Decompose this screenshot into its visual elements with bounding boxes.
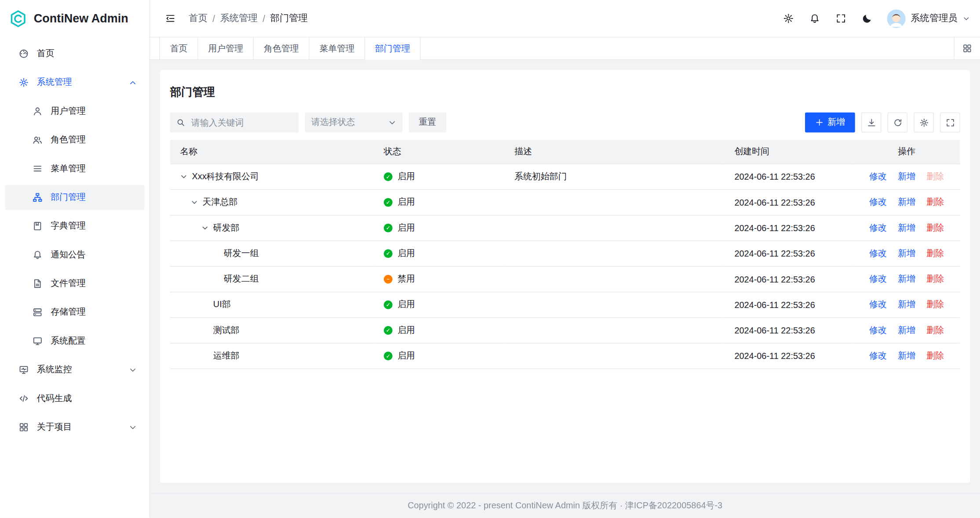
- sidebar-item-role-mgmt[interactable]: 角色管理: [5, 127, 144, 152]
- brand[interactable]: ContiNew Admin: [0, 0, 149, 37]
- sidebar-item-label: 部门管理: [51, 192, 137, 203]
- table-fullscreen-button[interactable]: [940, 112, 960, 132]
- users-icon: [33, 135, 43, 145]
- sidebar-item-menu-mgmt[interactable]: 菜单管理: [5, 156, 144, 181]
- delete-link[interactable]: 删除: [926, 299, 944, 309]
- sidebar-item-sys-config[interactable]: 系统配置: [5, 329, 144, 354]
- sidebar-item-monitor[interactable]: 系统监控: [5, 357, 144, 382]
- tab[interactable]: 菜单管理: [310, 37, 365, 59]
- add-link[interactable]: 新增: [898, 273, 915, 283]
- tab[interactable]: 首页: [160, 37, 198, 59]
- sidebar-item-file-mgmt[interactable]: 文件管理: [5, 271, 144, 296]
- delete-link[interactable]: 删除: [926, 196, 944, 206]
- sidebar-item-system-mgmt[interactable]: 系统管理: [5, 70, 144, 95]
- breadcrumb-item-system[interactable]: 系统管理: [220, 12, 258, 24]
- sidebar-item-label: 用户管理: [51, 105, 137, 117]
- search-input[interactable]: [190, 117, 292, 128]
- table-row: 研发部 ✓ 启用 2024-06-11 22:53:26 修改: [170, 215, 960, 240]
- copyright-text: Copyright © 2022 - present ContiNew Admi…: [408, 500, 722, 511]
- modify-link[interactable]: 修改: [869, 171, 887, 181]
- delete-link[interactable]: 删除: [926, 325, 944, 335]
- caret-down-icon[interactable]: [180, 173, 189, 180]
- tab[interactable]: 用户管理: [198, 37, 254, 59]
- column-header-actions: 操作: [853, 140, 960, 163]
- add-link[interactable]: 新增: [898, 248, 915, 258]
- sidebar-item-dict-mgmt[interactable]: 字典管理: [5, 214, 144, 239]
- sidebar-item-about[interactable]: 关于项目: [5, 415, 144, 440]
- theme-toggle-button[interactable]: [857, 8, 877, 28]
- book-icon: [33, 221, 43, 231]
- menu-collapse-button[interactable]: [160, 8, 180, 28]
- delete-link[interactable]: 删除: [926, 273, 944, 283]
- caret-down-icon[interactable]: [191, 198, 200, 206]
- content-area: 部门管理 请选择状态 重置 新增: [150, 60, 980, 493]
- breadcrumb-separator: /: [262, 13, 265, 24]
- status-text: 启用: [397, 171, 415, 183]
- bell-icon: [33, 250, 43, 260]
- add-link[interactable]: 新增: [898, 325, 915, 335]
- dept-name: UI部: [213, 299, 231, 310]
- plus-icon: [815, 118, 824, 127]
- delete-link[interactable]: 删除: [926, 222, 944, 232]
- breadcrumb: 首页 / 系统管理 / 部门管理: [189, 12, 308, 24]
- export-button[interactable]: [861, 112, 881, 132]
- dept-description: [504, 292, 724, 317]
- modify-link[interactable]: 修改: [869, 350, 887, 360]
- sidebar-item-user-mgmt[interactable]: 用户管理: [5, 99, 144, 124]
- org-tree-icon: [33, 192, 43, 203]
- chevron-up-icon: [129, 78, 137, 86]
- settings-button[interactable]: [778, 8, 798, 28]
- status-badge: ✓ 启用: [384, 197, 415, 208]
- created-time: 2024-06-11 22:53:26: [725, 292, 853, 317]
- modify-link[interactable]: 修改: [869, 248, 887, 258]
- sidebar-item-dept-mgmt[interactable]: 部门管理: [5, 185, 144, 210]
- modify-link[interactable]: 修改: [869, 196, 887, 206]
- fullscreen-button[interactable]: [831, 8, 850, 28]
- sidebar-item-home[interactable]: 首页: [5, 41, 144, 66]
- sidebar-item-label: 系统管理: [37, 77, 120, 88]
- name-cell: 研发一组: [180, 248, 364, 259]
- sidebar-item-storage-mgmt[interactable]: 存储管理: [5, 300, 144, 325]
- table-row: 天津总部 ✓ 启用 2024-06-11 22:53:26 修改: [170, 189, 960, 215]
- status-dot-icon: ✓: [384, 198, 393, 207]
- caret-down-icon[interactable]: [201, 224, 210, 232]
- created-time: 2024-06-11 22:53:26: [725, 240, 853, 266]
- tab-list-menu-button[interactable]: [954, 37, 980, 59]
- sidebar-item-codegen[interactable]: 代码生成: [5, 386, 144, 411]
- reset-button[interactable]: 重置: [409, 112, 446, 132]
- sidebar-item-notice[interactable]: 通知公告: [5, 243, 144, 268]
- dept-description: [504, 317, 724, 343]
- user-menu[interactable]: 系统管理员: [887, 9, 970, 28]
- fullscreen-icon: [835, 13, 846, 24]
- add-link[interactable]: 新增: [898, 350, 915, 360]
- delete-link[interactable]: 删除: [926, 350, 944, 360]
- brand-name: ContiNew Admin: [34, 12, 128, 25]
- tab[interactable]: 角色管理: [254, 37, 310, 59]
- tab[interactable]: 部门管理: [365, 37, 421, 59]
- add-button[interactable]: 新增: [805, 112, 855, 132]
- topbar: 首页 / 系统管理 / 部门管理: [150, 0, 980, 37]
- add-button-label: 新增: [827, 117, 845, 128]
- modify-link[interactable]: 修改: [869, 325, 887, 335]
- modify-link[interactable]: 修改: [869, 222, 887, 232]
- modify-link[interactable]: 修改: [869, 273, 887, 283]
- status-select[interactable]: 请选择状态: [305, 112, 403, 132]
- status-badge: ✓ 启用: [384, 248, 415, 260]
- chevron-down-icon: [129, 366, 137, 373]
- gear-icon: [19, 77, 29, 87]
- column-settings-button[interactable]: [914, 112, 933, 132]
- name-cell: UI部: [180, 299, 364, 310]
- refresh-button[interactable]: [888, 112, 907, 132]
- add-link[interactable]: 新增: [898, 222, 915, 232]
- add-link[interactable]: 新增: [898, 196, 915, 206]
- name-cell: 研发部: [180, 222, 364, 233]
- breadcrumb-item-home[interactable]: 首页: [189, 12, 208, 24]
- modify-link[interactable]: 修改: [869, 299, 887, 309]
- delete-link[interactable]: 删除: [926, 248, 944, 258]
- add-link[interactable]: 新增: [898, 171, 915, 181]
- page-title: 部门管理: [170, 83, 960, 100]
- dept-name: Xxx科技有限公司: [192, 171, 259, 182]
- notifications-button[interactable]: [805, 8, 824, 28]
- add-link[interactable]: 新增: [898, 299, 915, 309]
- dept-name: 研发部: [213, 222, 240, 233]
